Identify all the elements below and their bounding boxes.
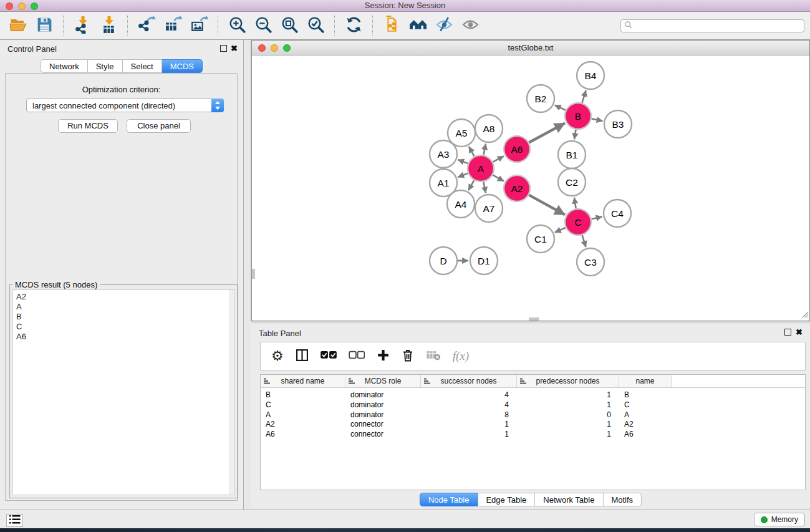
column-header-mcds-role[interactable]: MCDS role xyxy=(345,375,421,387)
mcds-result-item[interactable]: C xyxy=(13,322,234,332)
result-list-scrollbar[interactable] xyxy=(229,290,234,495)
close-panel-icon[interactable]: ✖ xyxy=(231,44,238,53)
deselect-all-button[interactable] xyxy=(349,351,365,362)
delete-rows-button[interactable] xyxy=(402,348,414,364)
table-cell[interactable]: A2 xyxy=(619,420,672,430)
close-window-button[interactable] xyxy=(6,2,13,10)
table-cell[interactable]: 1 xyxy=(517,420,619,430)
table-cell[interactable]: 1 xyxy=(421,430,517,440)
tab-network-table[interactable]: Network Table xyxy=(535,493,603,506)
select-all-button[interactable] xyxy=(321,351,337,362)
table-cell[interactable]: 1 xyxy=(421,420,517,430)
new-session-from-network-button[interactable] xyxy=(378,14,405,37)
graph-edge-A-A4[interactable] xyxy=(468,180,474,190)
tab-node-table[interactable]: Node Table xyxy=(420,493,478,506)
hide-graphics-details-button[interactable] xyxy=(431,14,457,37)
table-cell[interactable]: A2 xyxy=(261,420,345,430)
table-cell[interactable]: B xyxy=(261,390,345,400)
table-cell[interactable]: C xyxy=(261,400,345,410)
export-image-button[interactable] xyxy=(186,14,212,37)
graph-edge-B-B3[interactable] xyxy=(592,118,603,121)
graph-edge-A-A6[interactable] xyxy=(493,156,503,162)
table-row[interactable]: Adominator80A xyxy=(261,410,805,420)
graph-edge-A-A3[interactable] xyxy=(458,160,468,163)
graph-edge-A-A2[interactable] xyxy=(493,175,504,181)
graph-edge-A2-C[interactable] xyxy=(529,195,565,215)
close-network-window-button[interactable] xyxy=(258,44,266,52)
show-columns-button[interactable] xyxy=(296,349,309,364)
graph-edge-B-B2[interactable] xyxy=(555,105,566,110)
table-row[interactable]: A2connector11A2 xyxy=(261,420,805,430)
node-table[interactable]: shared nameMCDS rolesuccessor nodesprede… xyxy=(260,374,806,490)
zoom-in-button[interactable] xyxy=(224,14,250,37)
zoom-selected-button[interactable] xyxy=(302,14,329,37)
graph-edge-C-C4[interactable] xyxy=(591,216,602,219)
add-row-button[interactable] xyxy=(377,349,390,364)
table-cell[interactable]: C xyxy=(619,400,672,410)
show-graphics-details-button[interactable] xyxy=(457,14,483,37)
table-row[interactable]: Bdominator41B xyxy=(261,390,805,400)
memory-button[interactable]: Memory xyxy=(754,513,805,526)
run-mcds-button[interactable]: Run MCDS xyxy=(58,119,118,133)
mcds-result-item[interactable]: A2 xyxy=(13,292,234,302)
table-cell[interactable]: connector xyxy=(345,430,421,440)
search-field[interactable] xyxy=(620,19,804,32)
table-cell[interactable]: 1 xyxy=(517,430,619,440)
table-cell[interactable]: A xyxy=(261,410,345,420)
float-panel-icon[interactable] xyxy=(220,45,227,52)
table-cell[interactable]: dominator xyxy=(345,400,421,410)
table-cell[interactable]: 8 xyxy=(421,410,517,420)
graph-edge-C-C1[interactable] xyxy=(555,228,566,233)
float-table-panel-icon[interactable] xyxy=(784,329,791,336)
table-cell[interactable]: connector xyxy=(345,420,421,430)
table-cell[interactable]: dominator xyxy=(345,390,421,400)
graph-edge-A-A7[interactable] xyxy=(483,182,486,193)
graph-edge-C-C2[interactable] xyxy=(574,198,576,209)
tab-select[interactable]: Select xyxy=(123,59,162,73)
mcds-result-list[interactable]: A2ABCA6 xyxy=(12,289,235,495)
delete-table-button[interactable] xyxy=(426,350,441,362)
column-header-shared-name[interactable]: shared name xyxy=(261,375,345,387)
mcds-result-item[interactable]: B xyxy=(13,312,234,322)
zoom-out-button[interactable] xyxy=(250,14,276,37)
graph-edge-A-A5[interactable] xyxy=(469,147,475,157)
close-table-panel-icon[interactable]: ✖ xyxy=(796,327,803,337)
vertical-scrollbar-thumb[interactable] xyxy=(252,269,255,279)
save-session-button[interactable] xyxy=(31,14,57,37)
graph-edge-A-A1[interactable] xyxy=(458,173,468,177)
search-input[interactable] xyxy=(633,21,804,31)
column-header-name[interactable]: name xyxy=(619,375,672,387)
table-cell[interactable]: 1 xyxy=(517,400,619,410)
table-cell[interactable]: B xyxy=(619,390,672,400)
optimization-criterion-select[interactable]: largest connected component (directed) xyxy=(26,99,224,112)
network-canvas[interactable]: B4B2BB3A8A5A6A3B1AA1C2A2A4A7C4CC1C3DD1 xyxy=(252,56,809,321)
export-network-button[interactable] xyxy=(133,14,160,37)
minimize-window-button[interactable] xyxy=(18,2,26,10)
graph-edge-A6-B[interactable] xyxy=(529,123,565,142)
import-network-button[interactable] xyxy=(69,14,95,37)
refresh-view-button[interactable] xyxy=(340,14,367,37)
export-table-button[interactable] xyxy=(160,14,186,37)
graph-edge-A-A8[interactable] xyxy=(483,143,486,155)
table-cell[interactable]: 0 xyxy=(517,410,619,420)
zoom-fit-button[interactable] xyxy=(276,14,302,37)
mcds-result-item[interactable]: A xyxy=(13,302,234,312)
table-cell[interactable]: 4 xyxy=(421,390,517,400)
home-button[interactable] xyxy=(405,14,431,37)
close-panel-button[interactable]: Close panel xyxy=(127,119,191,133)
tab-style[interactable]: Style xyxy=(88,59,123,73)
column-header-predecessor-nodes[interactable]: predecessor nodes xyxy=(517,375,619,387)
table-settings-button[interactable]: ⚙ xyxy=(271,350,284,362)
minimize-network-window-button[interactable] xyxy=(271,44,278,52)
table-cell[interactable]: 1 xyxy=(517,390,619,400)
function-builder-button[interactable]: f(x) xyxy=(453,349,469,363)
zoom-window-button[interactable] xyxy=(31,2,38,10)
graph-edge-B-B1[interactable] xyxy=(574,130,576,140)
table-row[interactable]: A6connector11A6 xyxy=(261,430,805,440)
graph-edge-B-B4[interactable] xyxy=(582,90,586,103)
tab-mcds[interactable]: MCDS xyxy=(162,59,203,73)
open-file-button[interactable] xyxy=(5,14,31,37)
import-table-button[interactable] xyxy=(95,14,122,37)
tab-edge-table[interactable]: Edge Table xyxy=(478,493,535,506)
column-header-successor-nodes[interactable]: successor nodes xyxy=(421,375,517,387)
